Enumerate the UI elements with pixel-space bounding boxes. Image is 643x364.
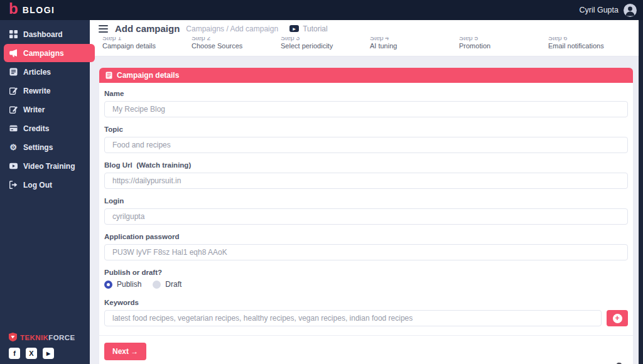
radio-selected-icon[interactable] [104,281,112,289]
content-area: Campaign details Name Topic Blog Url (Wa… [90,56,639,364]
app-logo[interactable]: b BLOGI [9,4,55,16]
publish-or-draft-label: Publish or draft? [104,269,628,276]
topbar: b BLOGI Cyril Gupta [0,0,643,20]
play-icon: ▶ [289,25,299,32]
sidebar-item-label: Settings [23,143,53,152]
login-label: Login [104,197,628,205]
credits-icon [9,124,18,132]
x-icon[interactable]: X [26,348,37,359]
sidebar-item-writer[interactable]: Writer [4,100,86,119]
tutorial-label: Tutorial [303,24,328,33]
step-5[interactable]: Step 5 Promotion [459,37,548,56]
publish-radio[interactable]: Publish [104,280,141,289]
step-number: Step 1 [102,37,192,42]
topic-label: Topic [104,126,628,133]
blogi-logo-icon: b [9,3,18,15]
topic-input[interactable] [104,137,628,153]
sidebar-item-label: Articles [23,68,51,77]
youtube-icon[interactable]: ▶ [43,348,54,359]
force-text: FORCE [48,334,75,341]
step-number: Step 5 [459,37,548,42]
sidebar-item-label: Log Out [23,181,52,190]
page-scrollbar[interactable] [639,20,643,364]
page-title: Add campaign [115,23,180,34]
sidebar-item-settings[interactable]: ⚙ Settings [4,138,86,156]
sidebar-item-dashboard[interactable]: Dashboard [4,25,86,43]
main-area: Add campaign Campaigns / Add campaign ▶ … [90,20,639,364]
form-icon [105,72,112,79]
megaphone-icon [9,49,18,57]
step-number: Step 4 [370,37,459,42]
campaign-details-header: Campaign details [99,68,633,83]
facebook-glyph: f [13,350,16,357]
next-button[interactable]: Next → [104,343,146,360]
sidebar-item-label: Video Training [23,162,75,171]
step-number: Step 3 [281,37,370,42]
step-label: AI tuning [370,42,459,50]
sidebar-item-campaigns[interactable]: Campaigns [4,44,95,62]
sidebar: Dashboard Campaigns Articles Rewrite Wri… [0,20,90,364]
sidebar-item-label: Campaigns [23,49,64,58]
tutorial-button[interactable]: ▶ Tutorial [289,24,328,33]
sidebar-item-label: Dashboard [23,30,63,39]
sidebar-item-label: Writer [23,105,45,114]
draft-radio[interactable]: Draft [153,280,181,289]
app-password-input[interactable] [104,244,628,260]
step-2[interactable]: Step 2 Choose Sources [192,37,281,56]
breadcrumb: Campaigns / Add campaign [186,24,278,33]
radio-unselected-icon[interactable] [153,281,161,289]
step-3[interactable]: Step 3 Select periodicity [281,37,370,56]
keywords-label: Keywords [104,299,628,306]
draft-radio-label: Draft [165,280,181,289]
name-input[interactable] [104,101,628,117]
gear-icon: ⚙ [9,143,18,151]
step-label: Select periodicity [281,42,370,50]
publish-draft-radio-group: Publish Draft [104,280,628,289]
steps-bar: Step 1 Campaign details Step 2 Choose So… [90,37,639,56]
section-title: Campaign details [117,71,179,80]
person-icon [624,4,637,17]
blog-url-label-text: Blog Url [104,161,132,169]
youtube-glyph: ▶ [46,351,50,356]
teknikforce-shield-icon [9,333,17,341]
rewrite-icon [9,87,18,95]
step-6[interactable]: Step 6 Email notifications [548,37,639,56]
sidebar-item-logout[interactable]: Log Out [4,176,86,194]
add-keyword-button[interactable]: + [607,310,628,326]
page-header: Add campaign Campaigns / Add campaign ▶ … [90,20,639,37]
keywords-input[interactable] [104,310,602,326]
facebook-icon[interactable]: f [9,348,20,359]
logout-icon [9,181,18,189]
step-number: Step 2 [192,37,281,42]
step-4[interactable]: Step 4 AI tuning [370,37,459,56]
sidebar-item-credits[interactable]: Credits [4,119,86,137]
login-input[interactable] [104,208,628,225]
user-avatar[interactable] [624,4,637,17]
card-footer-divider [99,335,633,336]
sidebar-item-rewrite[interactable]: Rewrite [4,82,86,100]
watch-training-link[interactable]: (Watch training) [136,161,191,169]
teknikforce-logo: TEKNIKFORCE [9,331,90,343]
articles-icon [9,68,18,76]
sidebar-item-label: Credits [23,124,49,133]
brand-name: BLOGI [23,5,55,15]
teknik-text: TEKNIK [20,334,48,341]
step-label: Campaign details [102,42,192,50]
dashboard-icon [9,30,18,38]
app-password-label: Application password [104,233,628,240]
blog-url-input[interactable] [104,173,628,189]
writer-icon [9,105,18,114]
user-name: Cyril Gupta [579,6,619,14]
step-label: Promotion [459,42,548,50]
name-label: Name [104,90,628,97]
step-label: Email notifications [548,42,639,50]
blog-url-label: Blog Url (Watch training) [104,161,628,169]
hamburger-menu-icon[interactable] [99,25,108,33]
sidebar-item-video-training[interactable]: Video Training [4,157,86,175]
step-number: Step 6 [548,37,639,42]
sidebar-item-articles[interactable]: Articles [4,63,86,81]
step-1[interactable]: Step 1 Campaign details [102,37,192,56]
x-glyph: X [29,350,33,357]
campaign-form-card: Name Topic Blog Url (Watch training) Log… [99,83,633,364]
plus-icon: + [613,314,622,323]
